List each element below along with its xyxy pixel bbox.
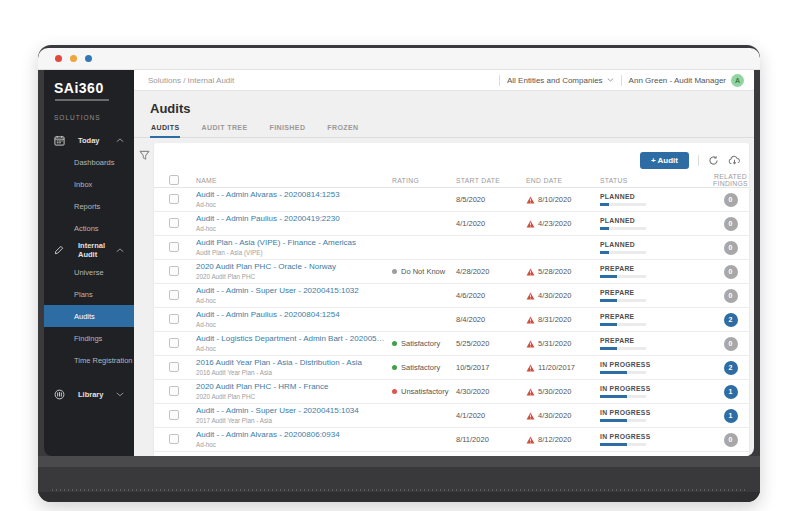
audit-name-link[interactable]: Audit - Logistics Department - Admin Bar… [196, 334, 388, 343]
table-row: Audit - - Admin Paulius - 20200419:2230A… [154, 212, 749, 236]
column-header-name: NAME [196, 177, 392, 184]
user-menu[interactable]: Ann Green - Audit Manager A [629, 74, 744, 87]
warning-icon [526, 292, 535, 300]
findings-badge[interactable]: 0 [724, 337, 738, 351]
row-checkbox[interactable] [169, 362, 179, 372]
refresh-button[interactable] [708, 155, 719, 166]
row-checkbox[interactable] [169, 218, 179, 228]
minimize-window-button[interactable] [70, 55, 77, 62]
sidebar-group-label: Library [78, 390, 116, 399]
row-checkbox[interactable] [169, 410, 179, 420]
audit-plan-label: 2020 Audit Plan PHC [196, 272, 388, 281]
select-all-checkbox[interactable] [169, 175, 179, 185]
sidebar-item-audits[interactable]: Audits [44, 305, 134, 327]
chevron-up-icon [116, 248, 128, 253]
table-row: Audit - - Admin - Super User - 20200415:… [154, 404, 749, 428]
user-name-label: Ann Green - Audit Manager [629, 76, 726, 85]
audit-name-link[interactable]: Audit - - Admin Alvaras - 20200814:1253 [196, 190, 388, 199]
table-row: 2016 Audit Year Plan - Asia - Distributi… [154, 356, 749, 380]
row-checkbox[interactable] [169, 314, 179, 324]
divider [499, 75, 500, 86]
column-header-status: STATUS [600, 177, 712, 184]
sidebar-item-plans[interactable]: Plans [44, 283, 134, 305]
sidebar-group-library[interactable]: Library [44, 383, 134, 405]
findings-badge[interactable]: 0 [724, 433, 738, 447]
page-title: Audits [134, 91, 754, 124]
end-date-value: 5/30/2020 [538, 387, 571, 396]
row-checkbox[interactable] [169, 266, 179, 276]
row-checkbox[interactable] [169, 386, 179, 396]
findings-badge[interactable]: 1 [724, 385, 738, 399]
start-date: 10/5/2017 [456, 363, 526, 372]
row-checkbox[interactable] [169, 242, 179, 252]
export-button[interactable] [728, 155, 741, 166]
entity-selector[interactable]: All Entities and Companies [507, 76, 614, 85]
rating-dot [392, 365, 397, 370]
row-checkbox[interactable] [169, 338, 179, 348]
audit-name-link[interactable]: Audit Plan - Asia (VIPE) - Finance - Ame… [196, 238, 388, 247]
findings-badge[interactable]: 2 [724, 361, 738, 375]
breadcrumb[interactable]: Solutions / Internal Audit [148, 76, 234, 85]
end-date: 5/28/2020 [526, 267, 600, 276]
sidebar-item-dashboards[interactable]: Dashboards [44, 151, 134, 173]
close-window-button[interactable] [55, 55, 62, 62]
audit-name-link[interactable]: Audit - - Admin Paulius - 20200804:1254 [196, 310, 388, 319]
sidebar-group-internal-audit[interactable]: Internal Audit [44, 239, 134, 261]
row-checkbox[interactable] [169, 434, 179, 444]
chevron-up-icon [116, 138, 128, 143]
findings-badge[interactable]: 0 [724, 265, 738, 279]
audit-name-link[interactable]: Audit - - Admin Alvaras - 20200806:0934 [196, 430, 388, 439]
table-row: Audit - - Admin Alvaras - 20200806:0934A… [154, 428, 749, 452]
end-date: 8/31/2020 [526, 315, 600, 324]
tab-frozen[interactable]: FROZEN [326, 124, 359, 138]
status-label: IN PROGRESS [600, 409, 712, 417]
warning-icon [526, 412, 535, 420]
start-date: 8/4/2020 [456, 315, 526, 324]
sidebar-item-findings[interactable]: Findings [44, 327, 134, 349]
findings-badge[interactable]: 0 [724, 217, 738, 231]
rating-label: Unsatisfactory [401, 387, 449, 396]
audit-name-link[interactable]: 2020 Audit Plan PHC - Oracle - Norway [196, 262, 388, 271]
end-date: 8/10/2020 [526, 195, 600, 204]
status-label: PLANNED [600, 193, 712, 201]
end-date-value: 8/31/2020 [538, 315, 571, 324]
start-date: 4/1/2020 [456, 219, 526, 228]
column-header-related-findings: RELATED FINDINGS [712, 173, 749, 187]
audit-plan-label: Ad-hoc [196, 440, 388, 449]
tab-bar: AUDITSAUDIT TREEFINISHEDFROZEN [134, 124, 754, 138]
status-progress [600, 371, 646, 374]
audit-name-link[interactable]: Audit - - Admin Paulius - 20200419:2230 [196, 214, 388, 223]
tab-finished[interactable]: FINISHED [268, 124, 306, 138]
tab-audits[interactable]: AUDITS [150, 124, 180, 138]
status-progress [600, 443, 646, 446]
sidebar-section-label: SOLUTIONS [54, 114, 134, 121]
filter-funnel-icon[interactable] [139, 150, 150, 161]
status-label: PREPARE [600, 313, 712, 321]
findings-badge[interactable]: 1 [724, 409, 738, 423]
row-checkbox[interactable] [169, 290, 179, 300]
table-row: 2020 Audit Plan PHC - HRM - France2020 A… [154, 380, 749, 404]
sidebar-item-actions[interactable]: Actions [44, 217, 134, 239]
row-checkbox[interactable] [169, 194, 179, 204]
findings-badge[interactable]: 0 [724, 241, 738, 255]
findings-badge[interactable]: 0 [724, 193, 738, 207]
add-audit-button[interactable]: + Audit [640, 152, 689, 169]
sidebar-item-inbox[interactable]: Inbox [44, 173, 134, 195]
sidebar-item-universe[interactable]: Universe [44, 261, 134, 283]
findings-badge[interactable]: 0 [724, 289, 738, 303]
column-header-rating: RATING [392, 177, 456, 184]
status-progress [600, 227, 646, 230]
findings-badge[interactable]: 2 [724, 313, 738, 327]
table-header-row: NAME RATING START DATE END DATE STATUS R… [154, 173, 749, 188]
table-row: Audit - - Admin - Super User - 20200415:… [154, 284, 749, 308]
sidebar-item-reports[interactable]: Reports [44, 195, 134, 217]
sidebar-group-today[interactable]: Today [44, 129, 134, 151]
audit-name-link[interactable]: Audit - - Admin - Super User - 20200415:… [196, 286, 388, 295]
table-row: Audit Plan - Asia (VIPE) - Finance - Ame… [154, 236, 749, 260]
audit-name-link[interactable]: 2020 Audit Plan PHC - HRM - France [196, 382, 388, 391]
maximize-window-button[interactable] [85, 55, 92, 62]
sidebar-item-time-registration[interactable]: Time Registration [44, 349, 134, 371]
audit-name-link[interactable]: 2016 Audit Year Plan - Asia - Distributi… [196, 358, 388, 367]
tab-audit-tree[interactable]: AUDIT TREE [200, 124, 248, 138]
audit-name-link[interactable]: Audit - - Admin - Super User - 20200415:… [196, 406, 388, 415]
